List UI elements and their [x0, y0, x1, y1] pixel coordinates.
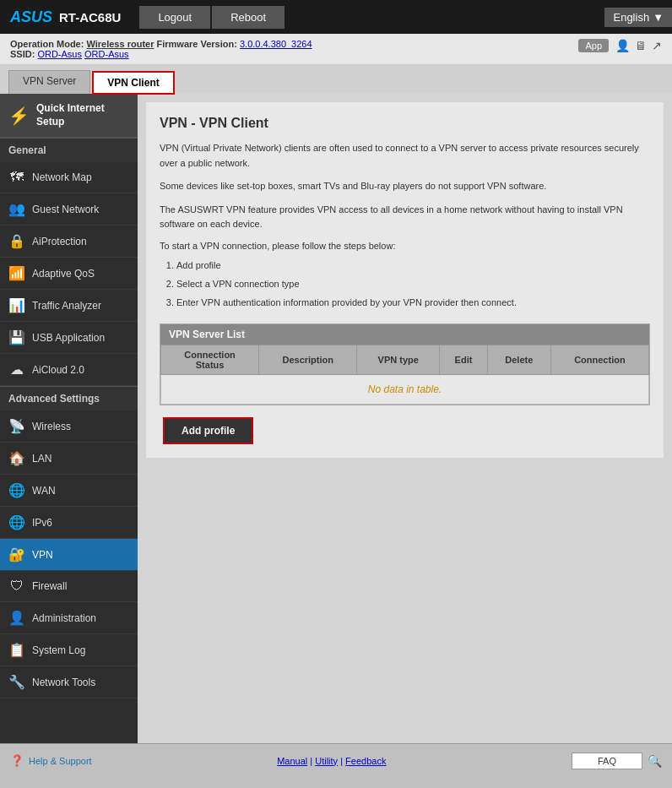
sidebar-label-vpn: VPN	[32, 549, 53, 561]
sidebar-item-wan[interactable]: 🌐 WAN	[0, 475, 138, 507]
th-connection-status: ConnectionStatus	[161, 345, 259, 374]
info-right: App 👤 🖥 ↗	[578, 39, 662, 52]
wan-icon: 🌐	[8, 482, 25, 498]
vpn-description-1: VPN (Virtual Private Network) clients ar…	[160, 141, 650, 171]
firmware-label: Firmware Version:	[157, 39, 240, 49]
sidebar-item-aiprotection[interactable]: 🔒 AiProtection	[0, 226, 138, 258]
monitor-icon[interactable]: 🖥	[635, 39, 647, 52]
reboot-button[interactable]: Reboot	[212, 6, 285, 29]
sidebar-item-network-tools[interactable]: 🔧 Network Tools	[0, 666, 138, 698]
sidebar-label-usb-application: USB Application	[32, 332, 105, 344]
sidebar-item-network-map[interactable]: 🗺 Network Map	[0, 162, 138, 193]
sidebar-item-guest-network[interactable]: 👥 Guest Network	[0, 193, 138, 226]
add-profile-wrapper: Add profile	[160, 417, 650, 444]
ssid-value-2[interactable]: ORD-Asus	[84, 49, 129, 59]
info-bar: Operation Mode: Wireless router Firmware…	[0, 34, 672, 65]
app-button[interactable]: App	[578, 39, 609, 52]
step-1: Add profile	[176, 256, 650, 274]
sidebar-label-firewall: Firewall	[32, 580, 67, 592]
chevron-down-icon: ▼	[653, 11, 664, 24]
vpn-description-3: The ASUSWRT VPN feature provides VPN acc…	[160, 203, 650, 232]
sidebar-item-system-log[interactable]: 📋 System Log	[0, 634, 138, 666]
step-2: Select a VPN connection type	[176, 274, 650, 293]
operation-mode-value: Wireless router	[86, 39, 154, 49]
header: ASUS RT-AC68U Logout Reboot English ▼	[0, 0, 672, 34]
operation-mode-label: Operation Mode:	[10, 39, 84, 49]
wireless-icon: 📡	[8, 418, 25, 434]
sidebar-item-quick-setup[interactable]: ⚡ Quick Internet Setup	[0, 94, 138, 138]
add-profile-button[interactable]: Add profile	[163, 417, 253, 444]
network-tools-icon: 🔧	[8, 674, 25, 690]
quick-setup-label: Quick Internet Setup	[36, 102, 129, 128]
vpn-icon: 🔐	[8, 546, 25, 562]
sidebar: ⚡ Quick Internet Setup General 🗺 Network…	[0, 94, 138, 743]
steps-intro: To start a VPN connection, please follow…	[160, 241, 650, 251]
layout: ⚡ Quick Internet Setup General 🗺 Network…	[0, 94, 672, 743]
th-description: Description	[259, 345, 357, 374]
traffic-analyzer-icon: 📊	[8, 297, 25, 313]
manual-link[interactable]: Manual	[277, 756, 307, 766]
sidebar-label-traffic-analyzer: Traffic Analyzer	[32, 300, 101, 312]
share-icon[interactable]: ↗	[652, 39, 662, 52]
sidebar-item-usb-application[interactable]: 💾 USB Application	[0, 322, 138, 354]
sidebar-item-wireless[interactable]: 📡 Wireless	[0, 410, 138, 443]
sidebar-item-lan[interactable]: 🏠 LAN	[0, 443, 138, 475]
tab-vpn-client[interactable]: VPN Client	[92, 71, 174, 95]
sidebar-item-aicloud[interactable]: ☁ AiCloud 2.0	[0, 354, 138, 386]
system-log-icon: 📋	[8, 642, 25, 658]
sidebar-item-adaptive-qos[interactable]: 📶 Adaptive QoS	[0, 258, 138, 290]
table-title: VPN Server List	[160, 324, 649, 345]
people-icon[interactable]: 👤	[615, 39, 630, 52]
faq-input[interactable]: FAQ	[572, 753, 642, 769]
adaptive-qos-icon: 📶	[8, 265, 25, 281]
th-edit: Edit	[440, 345, 488, 374]
sidebar-item-ipv6[interactable]: 🌐 IPv6	[0, 507, 138, 539]
sidebar-label-administration: Administration	[32, 612, 96, 624]
sidebar-label-adaptive-qos: Adaptive QoS	[32, 268, 95, 280]
feedback-link[interactable]: Feedback	[345, 756, 386, 766]
sidebar-label-ipv6: IPv6	[32, 517, 52, 529]
content-area: VPN - VPN Client VPN (Virtual Private Ne…	[146, 102, 664, 458]
sidebar-item-traffic-analyzer[interactable]: 📊 Traffic Analyzer	[0, 290, 138, 322]
step-3: Enter VPN authentication information pro…	[176, 293, 650, 312]
guest-network-icon: 👥	[8, 201, 25, 217]
model-name: RT-AC68U	[59, 10, 121, 24]
aicloud-icon: ☁	[8, 361, 25, 378]
vpn-description-2: Some devices like set-top boxes, smart T…	[160, 179, 650, 194]
router-info: Operation Mode: Wireless router Firmware…	[10, 39, 312, 59]
quick-setup-icon: ⚡	[8, 106, 30, 126]
sidebar-item-firewall[interactable]: 🛡 Firewall	[0, 571, 138, 602]
sidebar-item-administration[interactable]: 👤 Administration	[0, 602, 138, 634]
lan-icon: 🏠	[8, 450, 25, 466]
help-support-label[interactable]: Help & Support	[29, 756, 92, 766]
ssid-value-1[interactable]: ORD-Asus	[37, 49, 82, 59]
no-data-cell: No data in table.	[161, 374, 649, 404]
firmware-value[interactable]: 3.0.0.4.380_3264	[240, 39, 312, 49]
search-icon[interactable]: 🔍	[648, 754, 662, 768]
table-row: No data in table.	[161, 374, 649, 404]
administration-icon: 👤	[8, 610, 25, 626]
footer-links: Manual | Utility | Feedback	[277, 756, 386, 766]
th-connection: Connection	[550, 345, 648, 374]
footer-help: ❓ Help & Support	[10, 754, 92, 767]
main-content: VPN - VPN Client VPN (Virtual Private Ne…	[138, 94, 672, 743]
footer-right: FAQ 🔍	[572, 753, 662, 769]
no-data-text: No data in table.	[368, 383, 442, 395]
firewall-icon: 🛡	[8, 579, 25, 594]
sidebar-item-vpn[interactable]: 🔐 VPN	[0, 539, 138, 571]
sidebar-label-wan: WAN	[32, 485, 56, 497]
logo: ASUS RT-AC68U	[0, 0, 131, 34]
sidebar-label-network-tools: Network Tools	[32, 677, 95, 688]
tab-vpn-server[interactable]: VPN Server	[8, 70, 90, 94]
steps-list: Add profile Select a VPN connection type…	[176, 256, 650, 312]
sidebar-label-aicloud: AiCloud 2.0	[32, 364, 84, 376]
logout-button[interactable]: Logout	[139, 6, 210, 29]
language-selector[interactable]: English ▼	[604, 8, 672, 27]
sidebar-label-lan: LAN	[32, 453, 51, 465]
sidebar-section-advanced: Advanced Settings	[0, 386, 138, 410]
sidebar-label-guest-network: Guest Network	[32, 204, 99, 215]
ssid-label: SSID:	[10, 49, 35, 59]
utility-link[interactable]: Utility	[315, 756, 338, 766]
table-header-row: ConnectionStatus Description VPN type Ed…	[161, 345, 649, 374]
sidebar-section-general: General	[0, 138, 138, 162]
